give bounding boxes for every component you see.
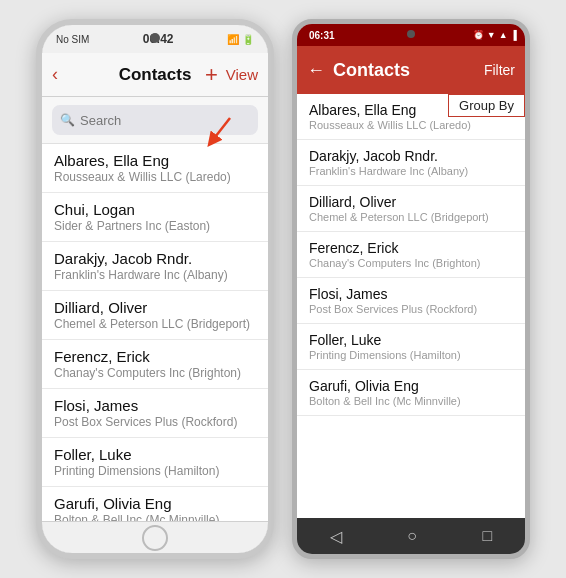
ios-search-wrap: 🔍 [52, 105, 258, 135]
android-contact-list: Albares, Ella EngRousseaux & Willis LLC … [297, 94, 525, 518]
ios-phone: No SIM 06:42 📶 🔋 ‹ Contacts + View 🔍 Alb… [36, 19, 274, 559]
android-topbar: ← Contacts Filter [297, 46, 525, 94]
contact-name: Ferencz, Erick [54, 348, 256, 365]
ios-home-area [42, 521, 268, 553]
contact-company: Franklin's Hardware Inc (Albany) [54, 268, 256, 282]
group-by-label[interactable]: Group By [448, 94, 525, 117]
ios-contact-item[interactable]: Ferencz, ErickChanay's Computers Inc (Br… [42, 340, 268, 389]
contact-company: Sider & Partners Inc (Easton) [54, 219, 256, 233]
contact-name: Garufi, Olivia Eng [309, 378, 513, 394]
ios-search-input[interactable] [52, 105, 258, 135]
android-back-button[interactable]: ← [307, 60, 325, 81]
android-contact-item[interactable]: Ferencz, ErickChanay's Computers Inc (Br… [297, 232, 525, 278]
contact-company: Franklin's Hardware Inc (Albany) [309, 165, 513, 177]
contact-name: Chui, Logan [54, 201, 256, 218]
ios-contact-item[interactable]: Dilliard, OliverChemel & Peterson LLC (B… [42, 291, 268, 340]
ios-contact-item[interactable]: Albares, Ella EngRousseaux & Willis LLC … [42, 144, 268, 193]
ios-contact-item[interactable]: Darakjy, Jacob Rndr.Franklin's Hardware … [42, 242, 268, 291]
contact-company: Printing Dimensions (Hamilton) [54, 464, 256, 478]
contact-company: Chemel & Peterson LLC (Bridgeport) [54, 317, 256, 331]
android-contacts-title: Contacts [333, 60, 476, 81]
android-contact-item[interactable]: Flosi, JamesPost Box Services Plus (Rock… [297, 278, 525, 324]
ios-contact-list: Albares, Ella EngRousseaux & Willis LLC … [42, 144, 268, 521]
android-contact-item[interactable]: Garufi, Olivia EngBolton & Bell Inc (Mc … [297, 370, 525, 416]
contact-name: Flosi, James [309, 286, 513, 302]
android-battery-icon: ▐ [511, 30, 517, 40]
ios-contact-item[interactable]: Flosi, JamesPost Box Services Plus (Rock… [42, 389, 268, 438]
ios-view-button[interactable]: View [226, 66, 258, 83]
contact-name: Flosi, James [54, 397, 256, 414]
alarm-icon: ⏰ [473, 30, 484, 40]
contact-company: Rousseaux & Willis LLC (Laredo) [309, 119, 513, 131]
signal-icon: ▲ [499, 30, 508, 40]
contact-company: Bolton & Bell Inc (Mc Minnville) [309, 395, 513, 407]
android-contact-item[interactable]: Darakjy, Jacob Rndr.Franklin's Hardware … [297, 140, 525, 186]
wifi-icon: ▼ [487, 30, 496, 40]
ios-search-bar: 🔍 [42, 97, 268, 144]
android-contact-item[interactable]: Dilliard, OliverChemel & Peterson LLC (B… [297, 186, 525, 232]
contact-company: Chemel & Peterson LLC (Bridgeport) [309, 211, 513, 223]
contact-company: Post Box Services Plus (Rockford) [309, 303, 513, 315]
contact-name: Garufi, Olivia Eng [54, 495, 256, 512]
ios-nav-right: + View [205, 62, 258, 88]
ios-home-button[interactable] [142, 525, 168, 551]
android-contact-item[interactable]: Foller, LukePrinting Dimensions (Hamilto… [297, 324, 525, 370]
contact-name: Foller, Luke [54, 446, 256, 463]
ios-camera [150, 33, 160, 43]
ios-back-button[interactable]: ‹ [52, 64, 58, 85]
bluetooth-icon: 📶 [227, 34, 239, 45]
contact-name: Darakjy, Jacob Rndr. [309, 148, 513, 164]
contact-name: Ferencz, Erick [309, 240, 513, 256]
contact-name: Albares, Ella Eng [54, 152, 256, 169]
ios-screen: ‹ Contacts + View 🔍 Albares, Ella EngRou… [42, 53, 268, 521]
contact-company: Post Box Services Plus (Rockford) [54, 415, 256, 429]
contact-company: Printing Dimensions (Hamilton) [309, 349, 513, 361]
contact-name: Dilliard, Oliver [309, 194, 513, 210]
ios-contacts-title: Contacts [119, 65, 192, 85]
contact-name: Dilliard, Oliver [54, 299, 256, 316]
ios-contact-item[interactable]: Foller, LukePrinting Dimensions (Hamilto… [42, 438, 268, 487]
android-nav-bar: ◁ ○ □ [297, 518, 525, 554]
android-camera [407, 30, 415, 38]
ios-contact-item[interactable]: Chui, LoganSider & Partners Inc (Easton) [42, 193, 268, 242]
ios-carrier: No SIM [56, 34, 89, 45]
ios-status-icons: 📶 🔋 [227, 34, 254, 45]
ios-contact-item[interactable]: Garufi, Olivia EngBolton & Bell Inc (Mc … [42, 487, 268, 521]
contact-company: Chanay's Computers Inc (Brighton) [54, 366, 256, 380]
android-nav-home[interactable]: ○ [407, 527, 417, 545]
contact-name: Foller, Luke [309, 332, 513, 348]
battery-icon: 🔋 [242, 34, 254, 45]
android-screen: Group By Albares, Ella EngRousseaux & Wi… [297, 94, 525, 518]
android-nav-back[interactable]: ◁ [330, 527, 342, 546]
ios-nav-bar: ‹ Contacts + View [42, 53, 268, 97]
contact-name: Darakjy, Jacob Rndr. [54, 250, 256, 267]
android-nav-recent[interactable]: □ [483, 527, 493, 545]
contact-company: Chanay's Computers Inc (Brighton) [309, 257, 513, 269]
search-icon: 🔍 [60, 113, 75, 127]
ios-add-button[interactable]: + [205, 62, 218, 88]
android-phone: 06:31 ⏰ ▼ ▲ ▐ ← Contacts Filter Group By… [292, 19, 530, 559]
android-time: 06:31 [309, 30, 335, 41]
android-filter-button[interactable]: Filter [484, 62, 515, 78]
contact-company: Rousseaux & Willis LLC (Laredo) [54, 170, 256, 184]
contact-company: Bolton & Bell Inc (Mc Minnville) [54, 513, 256, 521]
android-status-icons: ⏰ ▼ ▲ ▐ [473, 30, 517, 40]
